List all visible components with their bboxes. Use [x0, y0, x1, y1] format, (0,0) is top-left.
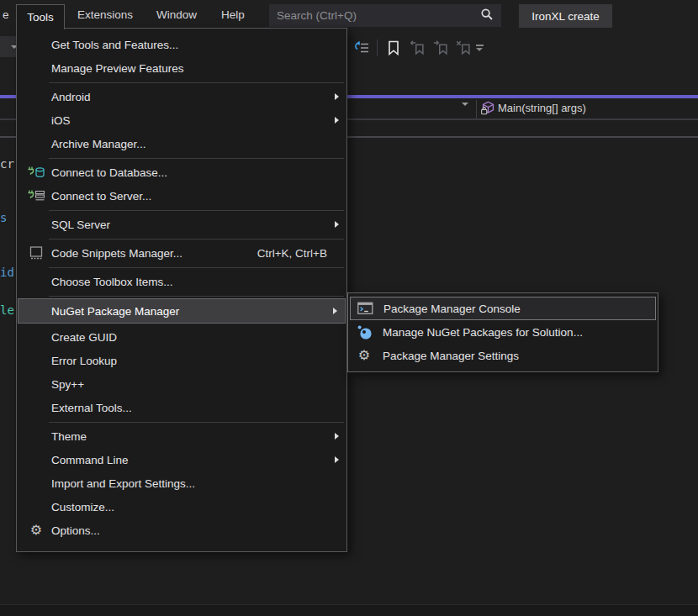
- next-bookmark-icon[interactable]: [431, 39, 451, 57]
- method-cube-lock-icon: [481, 101, 495, 118]
- code-fragment: cr: [0, 157, 14, 171]
- menu-item-choose-toolbox-items[interactable]: Choose Toolbox Items...: [17, 270, 346, 293]
- menu-item-label: Manage Preview Features: [51, 62, 184, 75]
- menubar-item-extensions[interactable]: Extensions: [77, 8, 133, 21]
- submenu-arrow-icon: [333, 308, 337, 314]
- breadcrumb[interactable]: Main(string[] args): [498, 102, 586, 114]
- menu-separator: [49, 267, 344, 268]
- menu-item-error-lookup[interactable]: Error Lookup: [17, 349, 346, 372]
- submenu-arrow-icon: [335, 221, 339, 228]
- menu-item-options[interactable]: ⚙ Options...: [17, 519, 346, 542]
- menu-item-get-tools-and-features[interactable]: Get Tools and Features...: [17, 33, 346, 56]
- search-icon: [480, 8, 501, 24]
- menu-item-import-export-settings[interactable]: Import and Export Settings...: [17, 471, 346, 495]
- menu-item-label: Archive Manager...: [51, 138, 146, 150]
- menu-item-ios[interactable]: iOS: [17, 108, 346, 132]
- menu-item-package-manager-settings[interactable]: ⚙ Package Manager Settings: [348, 344, 658, 367]
- menu-item-label: Manage NuGet Packages for Solution...: [383, 326, 583, 339]
- bottom-strip: [0, 604, 698, 616]
- submenu-arrow-icon: [335, 117, 339, 124]
- menu-item-label: Choose Toolbox Items...: [51, 276, 173, 288]
- menubar-item-window[interactable]: Window: [156, 8, 197, 21]
- menu-item-android[interactable]: Android: [17, 85, 346, 108]
- menu-item-label: Get Tools and Features...: [51, 39, 178, 51]
- menu-item-label: External Tools...: [51, 402, 132, 414]
- toolbar-separator: [377, 39, 378, 56]
- menu-item-code-snippets-manager[interactable]: Code Snippets Manager... Ctrl+K, Ctrl+B: [17, 241, 346, 265]
- menu-item-label: Code Snippets Manager...: [51, 247, 182, 260]
- menu-item-package-manager-console[interactable]: Package Manager Console: [350, 297, 656, 320]
- gear-icon: ⚙: [352, 349, 376, 362]
- menu-separator: [49, 422, 344, 423]
- submenu-arrow-icon: [335, 456, 339, 463]
- code-fragment: s: [0, 211, 7, 224]
- bookmark-icon[interactable]: [383, 39, 404, 57]
- toolbar-overflow-icon[interactable]: [474, 45, 484, 51]
- menu-item-label: Package Manager Settings: [383, 350, 519, 362]
- visual-studio-window: cr s id le e Extensions Window Help Sear…: [0, 0, 698, 616]
- menu-separator: [49, 239, 344, 240]
- menu-separator: [49, 210, 344, 211]
- navbar-dropdown[interactable]: [462, 106, 468, 121]
- menu-item-label: Create GUID: [51, 331, 117, 344]
- menu-item-theme[interactable]: Theme: [17, 424, 346, 448]
- menu-item-manage-nuget-packages-for-solution[interactable]: Manage NuGet Packages for Solution...: [348, 320, 658, 344]
- menu-item-archive-manager[interactable]: Archive Manager...: [17, 132, 346, 155]
- menu-separator: [49, 158, 344, 159]
- menu-item-sql-server[interactable]: SQL Server: [17, 213, 346, 236]
- menu-item-label: SQL Server: [51, 218, 110, 231]
- menu-item-label: Connect to Database...: [51, 166, 167, 179]
- code-fragment: id: [0, 266, 14, 279]
- connect-server-icon: [24, 189, 49, 203]
- menu-item-connect-to-server[interactable]: Connect to Server...: [17, 184, 346, 208]
- chevron-down-icon: [476, 48, 483, 51]
- menu-item-spy-plus-plus[interactable]: Spy++: [17, 372, 346, 396]
- menu-item-label: Error Lookup: [51, 355, 117, 367]
- menu-item-label: Package Manager Console: [383, 303, 521, 315]
- menu-item-label: Android: [51, 91, 91, 103]
- console-icon: [353, 302, 377, 315]
- menu-item-label: Command Line: [51, 454, 129, 466]
- nuget-submenu: Package Manager Console Manage NuGet Pac…: [347, 292, 658, 372]
- clear-bookmark-icon[interactable]: [453, 39, 473, 57]
- menubar-partial-item[interactable]: e: [3, 8, 9, 21]
- search-input[interactable]: Search (Ctrl+Q): [269, 4, 501, 27]
- undo-format-icon[interactable]: [352, 39, 372, 57]
- menu-separator: [49, 82, 344, 83]
- connect-database-icon: [24, 166, 49, 179]
- menu-item-label: Theme: [51, 430, 87, 443]
- chevron-down-icon: [462, 103, 468, 120]
- submenu-arrow-icon: [335, 433, 339, 440]
- menu-item-command-line[interactable]: Command Line: [17, 448, 346, 471]
- menu-item-label: Spy++: [51, 378, 84, 391]
- menu-item-connect-to-database[interactable]: Connect to Database...: [17, 161, 346, 184]
- navbar-separator: [476, 100, 477, 118]
- menu-item-shortcut: Ctrl+K, Ctrl+B: [257, 247, 327, 260]
- ironxl-create-label: IronXL create: [531, 10, 600, 23]
- menu-item-label: Options...: [51, 524, 100, 537]
- menu-item-label: Connect to Server...: [51, 190, 151, 203]
- overflow-bar: [476, 45, 484, 46]
- menubar-item-help[interactable]: Help: [221, 8, 245, 21]
- nuget-icon: [352, 325, 376, 340]
- menu-item-label: iOS: [51, 114, 71, 127]
- search-placeholder: Search (Ctrl+Q): [277, 9, 480, 22]
- tools-tab-label: Tools: [27, 11, 54, 24]
- previous-bookmark-icon[interactable]: [407, 39, 427, 57]
- menu-item-label: Import and Export Settings...: [51, 477, 195, 490]
- ironxl-create-button[interactable]: IronXL create: [519, 4, 612, 28]
- menubar-item-tools[interactable]: Tools: [16, 4, 65, 29]
- menu-item-customize[interactable]: Customize...: [17, 495, 346, 519]
- menu-separator: [49, 296, 344, 297]
- menu-item-manage-preview-features[interactable]: Manage Preview Features: [17, 56, 346, 80]
- gear-icon: ⚙: [24, 524, 49, 537]
- code-snippets-icon: [24, 245, 49, 261]
- code-fragment: le: [0, 303, 14, 317]
- submenu-arrow-icon: [335, 93, 339, 100]
- menu-item-create-guid[interactable]: Create GUID: [17, 325, 346, 349]
- tools-menu: Get Tools and Features... Manage Preview…: [16, 28, 347, 552]
- menu-item-label: Customize...: [51, 501, 114, 513]
- menu-item-external-tools[interactable]: External Tools...: [17, 396, 346, 419]
- menu-item-label: NuGet Package Manager: [51, 305, 179, 318]
- menu-item-nuget-package-manager[interactable]: NuGet Package Manager: [18, 298, 346, 324]
